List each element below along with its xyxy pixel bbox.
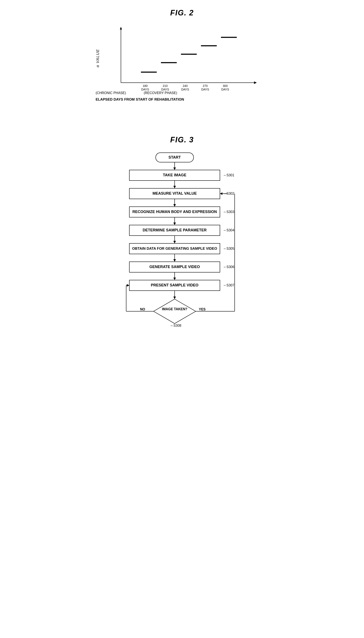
svg-text:～S307: ～S307 — [223, 284, 234, 287]
y-axis-label: α VALUE — [96, 49, 100, 67]
svg-text:MEASURE VITAL VALUE: MEASURE VITAL VALUE — [152, 191, 197, 195]
fig2-chart-container: α VALUE — [96, 22, 268, 110]
svg-text:210: 210 — [162, 84, 168, 88]
svg-text:NO: NO — [140, 308, 145, 311]
fig2-section: FIG. 2 α VALUE — [92, 9, 272, 110]
svg-marker-21 — [173, 167, 176, 170]
svg-marker-31 — [220, 192, 222, 195]
svg-text:YES: YES — [199, 308, 206, 311]
svg-text:DAYS: DAYS — [201, 88, 209, 91]
svg-text:OBTAIN DATA FOR GENERATING SAM: OBTAIN DATA FOR GENERATING SAMPLE VIDEO — [132, 247, 217, 251]
svg-text:180: 180 — [142, 84, 148, 88]
svg-marker-53 — [173, 278, 176, 280]
svg-text:IMAGE TAKEN?: IMAGE TAKEN? — [162, 307, 188, 311]
svg-text:TAKE IMAGE: TAKE IMAGE — [163, 173, 186, 177]
svg-text:DETERMINE SAMPLE PARAMETER: DETERMINE SAMPLE PARAMETER — [142, 228, 207, 232]
svg-text:270: 270 — [203, 84, 208, 88]
svg-marker-38 — [173, 223, 176, 225]
chronic-phase-label: (CHRONIC PHASE) — [96, 91, 126, 95]
fig2-title: FIG. 2 — [92, 9, 272, 17]
phase-labels-row: (CHRONIC PHASE) (RECOVERY PHASE) — [96, 91, 260, 95]
svg-text:240: 240 — [183, 84, 188, 88]
fig3-title: FIG. 3 — [92, 135, 272, 144]
svg-text:300: 300 — [223, 84, 228, 88]
svg-marker-43 — [173, 241, 176, 243]
svg-text:RECOGNIZE HUMAN BODY AND EXPRE: RECOGNIZE HUMAN BODY AND EXPRESSION — [132, 210, 217, 214]
svg-marker-58 — [127, 284, 129, 287]
svg-text:DAYS: DAYS — [221, 88, 229, 91]
svg-marker-61 — [154, 299, 196, 324]
recovery-phase-label: (RECOVERY PHASE) — [144, 91, 177, 95]
fig3-section: FIG. 3 START TAKE IMAGE ～S301 MEASUR — [92, 135, 272, 372]
svg-text:DAYS: DAYS — [141, 88, 149, 91]
svg-marker-26 — [173, 186, 176, 188]
svg-text:～S304: ～S304 — [223, 229, 234, 232]
svg-text:～S301: ～S301 — [223, 173, 234, 177]
svg-marker-1 — [120, 27, 122, 30]
fig2-chart-svg: 180 DAYS 210 DAYS 240 DAYS 270 DAYS 300 … — [108, 26, 260, 93]
start-label: START — [168, 155, 181, 159]
svg-text:～S306: ～S306 — [223, 265, 234, 269]
svg-text:GENERATE SAMPLE VIDEO: GENERATE SAMPLE VIDEO — [149, 265, 200, 269]
svg-text:DAYS: DAYS — [181, 88, 189, 91]
svg-text:PRESENT SAMPLE VIDEO: PRESENT SAMPLE VIDEO — [151, 283, 198, 287]
svg-text:～S305: ～S305 — [223, 247, 234, 250]
svg-marker-33 — [173, 204, 176, 207]
flowchart-svg: START TAKE IMAGE ～S301 MEASURE VITAL VAL… — [108, 151, 256, 372]
elapsed-label-row: ELAPSED DAYS FROM START OF REHABILITATIO… — [96, 97, 260, 102]
elapsed-days-label: ELAPSED DAYS FROM START OF REHABILITATIO… — [96, 97, 184, 101]
page-container: FIG. 2 α VALUE — [87, 0, 277, 380]
svg-marker-3 — [254, 81, 257, 84]
svg-text:～S303: ～S303 — [223, 210, 234, 214]
flowchart-wrapper: START TAKE IMAGE ～S301 MEASURE VITAL VAL… — [108, 151, 256, 372]
svg-text:～S308: ～S308 — [170, 324, 181, 327]
svg-marker-48 — [173, 259, 176, 262]
svg-marker-60 — [173, 297, 176, 299]
svg-text:DAYS: DAYS — [161, 88, 169, 91]
